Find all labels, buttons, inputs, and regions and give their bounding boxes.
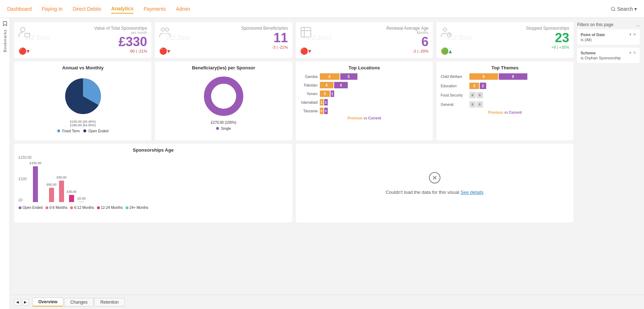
y-label-150: £150.00 <box>19 156 31 160</box>
0-6-legend-dot <box>45 206 48 209</box>
location-bars-yemen: 3 1 <box>320 90 334 97</box>
legend-24plus-item: 24+ Months <box>126 206 148 210</box>
location-row-tanzania: Tanzania 0 0 <box>300 108 429 114</box>
legend-12-24-item: 12-24 Months <box>97 206 123 210</box>
kpi-arrow-down-3: 🔴▾ <box>300 47 311 55</box>
see-details-link[interactable]: See details <box>460 190 483 195</box>
filter-scheme-dropdown-icon[interactable]: ▾ <box>629 50 631 55</box>
kpi-subtitle-months: Months <box>300 31 429 35</box>
location-label-pakistan: Pakistan <box>300 83 320 87</box>
svg-point-5 <box>166 28 169 31</box>
theme-label-education: Education <box>441 84 469 88</box>
bar-12-24-val <box>69 195 74 202</box>
theme-label-general: General <box>441 103 469 107</box>
themes-vs: vs <box>504 111 509 114</box>
age-bar-0-6: £60.00 <box>49 188 54 202</box>
search-chevron-icon: ▾ <box>634 6 637 12</box>
sponsorships-age-title: Sponsorships Age <box>19 147 288 153</box>
location-bars-gambia: 6 5 <box>320 73 357 80</box>
location-bars-islamabad: 1 1 <box>320 99 328 106</box>
top-themes-card: Top Themes Child Welfare 9 9 Education 3 <box>436 62 574 140</box>
svg-point-10 <box>208 80 240 112</box>
chart-icon <box>299 26 312 41</box>
age-group-1: £150.00 <box>33 166 44 202</box>
legend-open-ended-item: Open Ended <box>19 206 43 210</box>
age-group-2: £60.00 <box>49 188 54 202</box>
nav-item-paying-in[interactable]: Paying In <box>42 5 63 13</box>
12-24-legend-dot <box>97 206 100 209</box>
kpi-card-stopped: Stopped Sponsorships 23 🟢▴ +8 | +35% viz… <box>436 22 574 58</box>
6-12-legend-label: 6-12 Months <box>74 206 94 210</box>
locations-curr-label: Current <box>368 116 381 120</box>
legend-single: Single <box>216 127 231 131</box>
y-label-100: £100 <box>19 177 31 181</box>
stop-icon <box>440 26 453 41</box>
theme-bars-food-security: 0 0 <box>469 92 483 98</box>
bar-0-6-val <box>49 188 54 202</box>
age-legend: Open Ended 0-6 Months 6-12 Months 12-24 … <box>19 206 288 210</box>
sponsorships-age-card: Sponsorships Age £150.00 £100 £0 £150.00 <box>14 144 292 222</box>
error-message-text: Couldn't load the data for this visual <box>386 190 459 195</box>
age-bar-open-ended: £150.00 <box>33 166 38 202</box>
bar-open-ended-val <box>33 166 38 202</box>
kpi-delta-2: -3 | -21% <box>159 45 288 49</box>
themes-footer: Previous vs Current <box>441 111 569 114</box>
filter-clear-icon[interactable]: ✕ <box>633 32 636 37</box>
filter-pod-value: is (All) <box>581 38 636 42</box>
theme-bars-child-welfare: 9 9 <box>469 73 527 80</box>
location-label-yemen: Yemen <box>300 92 320 96</box>
kpi-delta-4: +8 | +35% <box>441 45 569 49</box>
kpi-arrow-down-1: 🔴▾ <box>19 47 30 55</box>
kpi-title-4: Stopped Sponsorships <box>441 26 569 31</box>
age-bar-6-12: £90.00 <box>59 181 64 202</box>
nav-item-dashboard[interactable]: Dashboard <box>7 5 32 13</box>
themes-bar-chart: Child Welfare 9 9 Education 3 2 <box>441 73 569 108</box>
age-bar-24plus: £0.00 <box>79 202 84 202</box>
age-chart-area: £150.00 £100 £0 £150.00 <box>19 156 288 202</box>
kpi-delta-3: -2 | -20% <box>300 49 429 53</box>
general-curr: 0 <box>477 101 483 108</box>
food-security-curr: 0 <box>477 92 483 98</box>
age-val-30: £30.00 <box>67 190 77 193</box>
kpi-title-1: Value of Total Sponsorships <box>19 26 147 31</box>
bookmarks-label: Bookmarks <box>3 29 7 52</box>
nav-item-direct-debits[interactable]: Direct Debits <box>73 5 101 13</box>
filter-scheme-header: Scheme ▾ ✕ <box>581 50 636 55</box>
kpi-value-4: 23 <box>441 31 569 45</box>
filter-scheme-clear-icon[interactable]: ✕ <box>633 50 636 55</box>
open-ended-dot <box>83 129 86 132</box>
top-nav: Dashboard Paying In Direct Debits Analyt… <box>0 0 644 18</box>
location-row-yemen: Yemen 3 1 <box>300 90 429 97</box>
location-row-islamabad: Islamabad 1 1 <box>300 99 429 106</box>
svg-point-0 <box>611 7 614 10</box>
kpi-card-total-sponsorships: Value of Total Sponsorships per month £3… <box>14 22 151 58</box>
filter-pod-icons[interactable]: ▾ ✕ <box>629 32 636 37</box>
child-welfare-curr: 9 <box>499 73 527 80</box>
location-bars-pakistan: 4 4 <box>320 82 348 88</box>
bookmark-icon <box>2 21 8 26</box>
filter-scheme-icons[interactable]: ▾ ✕ <box>629 50 636 55</box>
filters-more-icon[interactable]: ... <box>636 22 640 27</box>
donut-value: £270.00 (100%) <box>211 121 236 124</box>
filter-scheme-label: Scheme <box>581 51 596 55</box>
nav-item-analytics[interactable]: Analytics <box>111 4 133 14</box>
kpi-arrow-up-4: 🟢▴ <box>441 47 452 55</box>
search-icon <box>611 6 616 11</box>
nav-item-payments[interactable]: Payments <box>143 5 166 13</box>
filter-scheme-value: is Orphan Sponsorship <box>581 56 636 60</box>
age-bar-12-24: £30.00 <box>69 195 74 202</box>
donut-container: £270.00 (100%) Single <box>159 73 288 131</box>
location-label-tanzania: Tanzania <box>300 109 320 113</box>
nav-item-admin[interactable]: Admin <box>176 5 190 13</box>
svg-point-4 <box>161 28 165 31</box>
kpi-delta-1: -90 | -21% <box>19 49 147 53</box>
svg-rect-6 <box>301 28 311 37</box>
error-message: Couldn't load the data for this visual S… <box>386 190 484 195</box>
location-row-pakistan: Pakistan 4 4 <box>300 82 429 88</box>
donut-legend-labels: Single <box>216 127 231 131</box>
locations-bar-chart: Gambia 6 5 Pakistan 4 4 <box>300 73 429 114</box>
search-button[interactable]: Search ▾ <box>611 6 637 12</box>
filter-dropdown-icon[interactable]: ▾ <box>629 32 631 37</box>
location-bars-tanzania: 0 0 <box>320 108 328 114</box>
locations-vs: vs <box>364 116 368 120</box>
